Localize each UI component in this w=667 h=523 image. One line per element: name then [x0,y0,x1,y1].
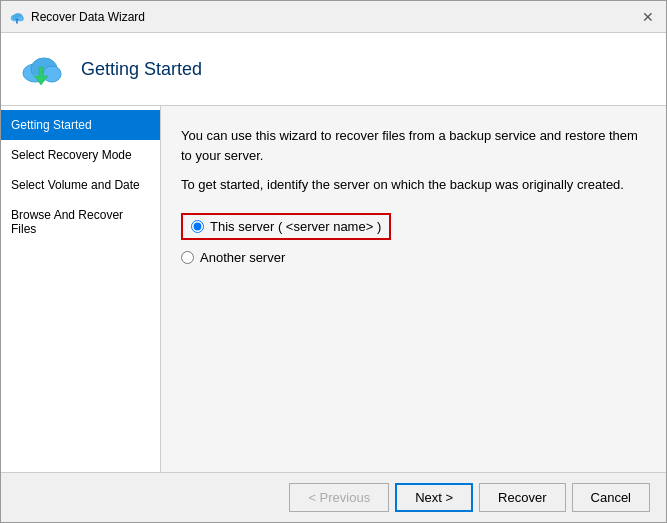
radio-group: This server ( <server name> ) Another se… [181,213,646,265]
cancel-button[interactable]: Cancel [572,483,650,512]
sidebar-item-getting-started[interactable]: Getting Started [1,110,160,140]
content-area: Getting Started Select Recovery Mode Sel… [1,106,666,472]
close-button[interactable]: ✕ [638,7,658,27]
description-line2: To get started, identify the server on w… [181,175,646,195]
radio-this-server-outline: This server ( <server name> ) [181,213,391,240]
title-bar: Recover Data Wizard ✕ [1,1,666,33]
radio-this-server[interactable] [191,220,204,233]
recover-button[interactable]: Recover [479,483,565,512]
radio-another-server-label[interactable]: Another server [200,250,285,265]
radio-this-server-label[interactable]: This server ( <server name> ) [210,219,381,234]
window-title: Recover Data Wizard [31,10,145,24]
sidebar-item-select-volume-date[interactable]: Select Volume and Date [1,170,160,200]
previous-button[interactable]: < Previous [289,483,389,512]
header-title: Getting Started [81,59,202,80]
main-panel: You can use this wizard to recover files… [161,106,666,472]
description-line1: You can use this wizard to recover files… [181,126,646,165]
wizard-footer: < Previous Next > Recover Cancel [1,472,666,522]
sidebar-item-browse-recover[interactable]: Browse And Recover Files [1,200,160,244]
title-bar-left: Recover Data Wizard [9,9,145,25]
sidebar-item-select-recovery-mode[interactable]: Select Recovery Mode [1,140,160,170]
next-button[interactable]: Next > [395,483,473,512]
wizard-header: Getting Started [1,33,666,106]
sidebar: Getting Started Select Recovery Mode Sel… [1,106,161,472]
header-icon [17,45,65,93]
radio-another-server[interactable] [181,251,194,264]
svg-rect-5 [16,21,18,24]
window-icon [9,9,25,25]
wizard-window: Recover Data Wizard ✕ Getting Started Ge… [0,0,667,523]
radio-another-server-option[interactable]: Another server [181,250,646,265]
radio-this-server-option[interactable]: This server ( <server name> ) [181,213,646,240]
